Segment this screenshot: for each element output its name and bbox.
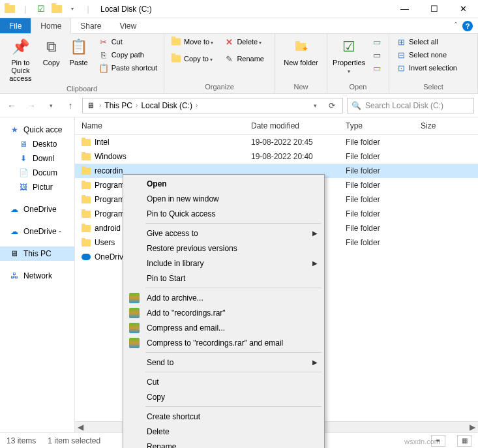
table-row[interactable]: Windows19-08-2022 20:40File folder [75,149,478,164]
nav-network[interactable]: 🖧Network [0,269,74,283]
history-button[interactable]: ▭ [369,61,385,74]
collapse-ribbon-icon[interactable]: ˆ [449,18,462,33]
select-group-label: Select [393,82,473,92]
qat-separator: | [81,2,95,16]
status-selected-count: 1 item selected [48,436,100,445]
file-date: 19-08-2022 20:45 [251,138,346,147]
cm-add-recordings-rar[interactable]: Add to "recordings.rar" [125,305,323,320]
tab-home[interactable]: Home [31,18,71,34]
thumbnails-view-button[interactable]: ▦ [457,435,471,447]
crumb-sep-icon[interactable]: › [134,102,140,109]
cm-give-access-to[interactable]: Give access to▶ [125,226,323,241]
paste-button[interactable]: 📋 Paste [66,35,92,68]
crumb-sep-icon[interactable]: › [194,102,200,109]
scroll-right-icon[interactable]: ▶ [467,423,478,432]
move-to-button[interactable]: Move to [168,35,216,48]
copy-to-button[interactable]: Copy to [168,52,216,65]
cm-delete[interactable]: Delete [125,424,323,439]
cut-icon: ✂ [98,37,109,47]
select-all-icon: ⊞ [396,37,406,47]
table-row[interactable]: Intel19-08-2022 20:45File folder [75,135,478,149]
cut-button[interactable]: ✂Cut [96,35,160,48]
copy-button[interactable]: ⧉ Copy [38,35,65,68]
scroll-left-icon[interactable]: ◀ [75,423,86,432]
cm-add-archive[interactable]: Add to archive... [125,290,323,305]
close-button[interactable]: ✕ [449,0,478,18]
help-icon[interactable]: ? [462,21,473,31]
copy-label: Copy [43,59,60,67]
nav-documents[interactable]: 📄Docum [0,166,74,180]
folder-icon [82,196,91,203]
properties-button[interactable]: ☑ Properties [331,35,366,76]
address-dropdown-icon[interactable]: ▾ [307,98,323,113]
open-group-label: Open [331,82,385,92]
up-button[interactable]: ↑ [63,98,78,113]
address-bar[interactable]: 🖥 › This PC › Local Disk (C:) › ▾ ⟳ [82,98,343,113]
file-name: Intel [95,138,251,147]
nav-onedrive-personal[interactable]: ☁OneDrive - [0,224,74,239]
edit-button[interactable]: ▭ [369,48,385,61]
cm-include-library[interactable]: Include in library▶ [125,256,323,271]
refresh-button[interactable]: ⟳ [324,101,340,110]
rename-button[interactable]: ✎Rename [221,52,267,65]
cm-send-to[interactable]: Send to▶ [125,355,323,370]
cm-pin-quick-access[interactable]: Pin to Quick access [125,206,323,221]
cm-compress-rar-email[interactable]: Compress to "recordings.rar" and email [125,335,323,350]
properties-icon: ☑ [338,37,359,57]
tab-file[interactable]: File [0,18,31,33]
crumb-sep-icon[interactable]: › [97,102,103,109]
paste-shortcut-button[interactable]: 📋Paste shortcut [96,61,160,74]
nav-onedrive[interactable]: ☁OneDrive [0,202,74,217]
cm-open[interactable]: Open [125,176,323,191]
forward-button[interactable]: → [23,98,39,113]
minimize-button[interactable]: — [390,0,419,18]
cm-rename[interactable]: Rename [125,439,323,448]
recent-locations-button[interactable]: ▾ [43,98,59,113]
pin-to-quick-access-button[interactable]: 📌 Pin to Quick access [4,35,37,83]
select-none-button[interactable]: ⊟Select none [393,48,460,61]
nav-pictures[interactable]: 🖼Pictur [0,180,74,194]
cm-compress-email[interactable]: Compress and email... [125,320,323,335]
select-none-icon: ⊟ [396,50,406,60]
navigation-pane: ★Quick acce 🖥Deskto ⬇Downl 📄Docum 🖼Pictu… [0,117,75,432]
title-bar: | ☑ ▾ | Local Disk (C:) — ☐ ✕ [0,0,478,18]
nav-quick-access[interactable]: ★Quick acce [0,123,74,137]
tab-view[interactable]: View [110,18,145,33]
column-type[interactable]: Type [346,121,421,130]
delete-button[interactable]: ✕Delete [221,35,267,48]
nav-this-pc[interactable]: 🖥This PC [0,246,74,261]
invert-selection-button[interactable]: ⊡Invert selection [393,61,460,74]
column-headers: Name Date modified Type Size [75,117,478,135]
cm-pin-start[interactable]: Pin to Start [125,271,323,286]
file-type: File folder [346,209,421,218]
pc-icon: 🖥 [9,248,20,259]
open-button[interactable]: ▭ [369,35,385,48]
search-input[interactable]: 🔍 Search Local Disk (C:) [347,98,474,113]
tab-share[interactable]: Share [71,18,110,33]
folder-icon [50,2,64,16]
column-date[interactable]: Date modified [251,121,346,130]
status-item-count: 13 items [7,436,36,445]
ribbon-tabs: File Home Share View ˆ ? [0,18,478,34]
select-all-button[interactable]: ⊞Select all [393,35,460,48]
cm-copy[interactable]: Copy [125,389,323,404]
maximize-button[interactable]: ☐ [419,0,449,18]
copy-path-button[interactable]: ⎘Copy path [96,48,160,61]
cm-restore-previous[interactable]: Restore previous versions [125,241,323,256]
back-button[interactable]: ← [4,98,20,113]
cm-open-new-window[interactable]: Open in new window [125,191,323,206]
column-size[interactable]: Size [421,121,478,130]
folder-icon [82,153,91,160]
nav-desktop[interactable]: 🖥Deskto [0,137,74,151]
qat-properties-icon[interactable]: ☑ [34,2,48,16]
new-folder-button[interactable]: ✦ New folder [281,35,321,68]
cm-cut[interactable]: Cut [125,374,323,389]
folder-icon [82,211,91,218]
qat-dropdown[interactable]: ▾ [65,2,80,16]
nav-downloads[interactable]: ⬇Downl [0,151,74,166]
breadcrumb-local-disk[interactable]: Local Disk (C:) [141,101,192,110]
column-name[interactable]: Name [82,121,251,130]
breadcrumb-this-pc[interactable]: This PC [104,101,132,110]
cm-create-shortcut[interactable]: Create shortcut [125,409,323,424]
documents-icon: 📄 [18,168,29,178]
